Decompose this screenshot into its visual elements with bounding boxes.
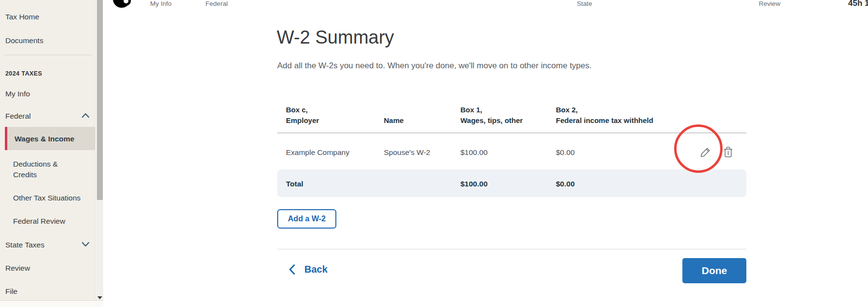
sidebar-item-label: My Info	[5, 90, 30, 98]
page-title: W-2 Summary	[277, 27, 394, 48]
edit-highlight-circle	[674, 124, 723, 173]
sidebar-item-label: Federal Review	[13, 217, 65, 225]
sidebar-item-label: Documents	[5, 36, 43, 45]
scrollbar-down-arrow-icon[interactable]	[97, 296, 102, 299]
sidebar-item-label: State Taxes	[5, 241, 45, 249]
progress-step-review[interactable]: Review	[759, 0, 780, 7]
sidebar-item-label: Review	[5, 264, 30, 272]
table-total-row	[277, 169, 746, 197]
column-header-line1	[384, 105, 404, 115]
chevron-down-icon	[81, 242, 90, 247]
delete-w2-button[interactable]	[723, 146, 734, 158]
sidebar-item-label: Tax Home	[5, 13, 39, 21]
sidebar-section-title: 2024 TAXES	[5, 70, 42, 77]
column-header-name: Name	[384, 105, 404, 126]
progress-step-state[interactable]: State	[577, 0, 592, 7]
sidebar-bottom-scroll-strip	[0, 300, 103, 307]
column-header-line2: Wages, tips, other	[460, 115, 523, 126]
done-button[interactable]: Done	[682, 258, 746, 283]
progress-step-federal[interactable]: Federal	[205, 0, 228, 7]
sidebar-item-state-taxes[interactable]: State Taxes	[5, 241, 45, 249]
column-header-line2: Federal income tax withheld	[556, 115, 653, 126]
sidebar-item-label: Other Tax Situations	[13, 194, 80, 202]
add-w2-button[interactable]: Add a W-2	[277, 209, 336, 229]
back-button[interactable]: Back	[288, 264, 328, 275]
sidebar-scrollbar-track[interactable]	[96, 0, 103, 300]
column-header-withheld: Box 2, Federal income tax withheld	[556, 105, 653, 126]
sidebar-item-label: Federal	[5, 112, 31, 120]
progress-step-my-info[interactable]: My Info	[150, 0, 172, 7]
sidebar-item-file[interactable]: File	[5, 287, 17, 296]
edit-w2-button[interactable]	[699, 146, 712, 158]
column-header-line1: Box 2,	[556, 105, 653, 115]
column-header-line2: Name	[384, 115, 404, 126]
sidebar-item-documents[interactable]: Documents	[5, 36, 43, 45]
sidebar-item-deductions-credits[interactable]: Deductions & Credits	[13, 159, 71, 180]
column-header-line1: Box 1,	[460, 105, 523, 115]
sidebar-item-label: File	[5, 287, 17, 295]
w2-summary-page: Tax Home Documents 2024 TAXES My Info Fe…	[0, 0, 868, 307]
column-header-line2: Employer	[286, 115, 319, 126]
total-wages: $100.00	[460, 180, 488, 188]
sidebar-item-other-tax-situations[interactable]: Other Tax Situations	[13, 194, 80, 202]
pencil-icon	[699, 146, 712, 158]
sidebar-item-tax-home[interactable]: Tax Home	[5, 13, 39, 21]
back-button-label: Back	[304, 264, 328, 275]
sidebar-item-review[interactable]: Review	[5, 264, 30, 273]
sidebar-item-label: Wages & Income	[15, 135, 74, 143]
total-label: Total	[286, 180, 303, 188]
row-cell-wages: $100.00	[460, 148, 488, 157]
time-spent-indicator: 45h 17m	[848, 0, 868, 8]
chevron-up-icon	[81, 113, 90, 118]
column-header-employer: Box c, Employer	[286, 105, 319, 126]
table-header-divider	[277, 133, 746, 133]
row-cell-withheld: $0.00	[556, 148, 575, 157]
footer-divider	[277, 249, 746, 249]
row-cell-name: Spouse's W-2	[384, 148, 430, 157]
sidebar-item-federal[interactable]: Federal	[5, 112, 31, 121]
sidebar-scrollbar-thumb[interactable]	[97, 0, 103, 200]
column-header-line1: Box c,	[286, 105, 319, 115]
sidebar-item-wages-income[interactable]: Wages & Income	[5, 127, 95, 150]
sidebar-divider	[4, 55, 92, 55]
page-subtitle: Add all the W-2s you need to. When you'r…	[277, 61, 592, 71]
sidebar-nav: Tax Home Documents 2024 TAXES My Info Fe…	[0, 0, 95, 300]
sidebar-item-federal-review[interactable]: Federal Review	[13, 217, 65, 226]
chevron-left-icon	[288, 264, 296, 275]
column-header-wages: Box 1, Wages, tips, other	[460, 105, 523, 126]
trash-icon	[723, 146, 734, 158]
selected-accent-bar	[5, 127, 7, 150]
sidebar-item-label: Deductions & Credits	[13, 160, 58, 179]
sidebar-item-my-info[interactable]: My Info	[5, 90, 30, 98]
total-withheld: $0.00	[556, 180, 575, 188]
row-cell-employer: Example Company	[286, 148, 349, 157]
